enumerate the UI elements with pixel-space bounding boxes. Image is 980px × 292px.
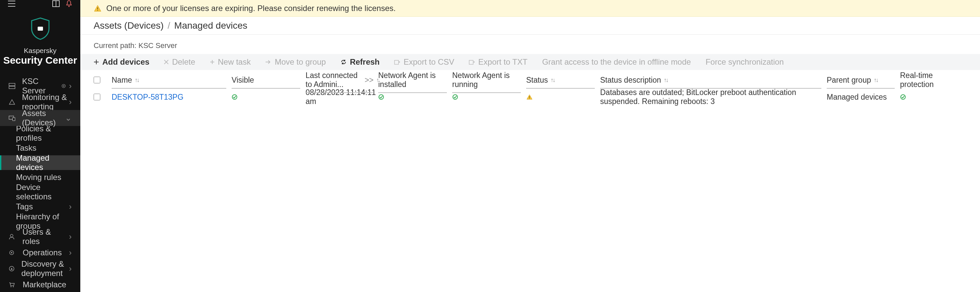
sidebar-top <box>0 0 80 7</box>
plus-icon <box>210 60 215 64</box>
svg-point-15 <box>11 252 12 253</box>
offline-access-button[interactable]: Grant access to the device in offline mo… <box>542 57 691 67</box>
export-icon <box>469 59 475 65</box>
row-checkbox[interactable] <box>94 94 100 101</box>
svg-point-5 <box>68 6 70 7</box>
svg-point-34 <box>901 95 905 99</box>
sidebar-item-label: Assets (Devices) <box>22 109 65 127</box>
svg-point-18 <box>13 286 14 287</box>
ok-icon <box>900 94 906 100</box>
sort-icon: ↑↓ <box>135 77 138 84</box>
sidebar-item-users[interactable]: Users & roles › <box>0 229 80 245</box>
force-sync-button[interactable]: Force synchronization <box>705 57 784 67</box>
sidebar-sub-device-selections[interactable]: Device selections <box>0 185 80 199</box>
sidebar-item-label: Discovery & deployment <box>21 259 69 278</box>
toolbar: Add devices Delete New task Move to grou… <box>80 54 980 70</box>
new-task-button[interactable]: New task <box>210 57 251 67</box>
column-agent-installed[interactable]: Network Agent is installed <box>378 71 452 89</box>
breadcrumb-sep: / <box>168 20 170 31</box>
bell-icon[interactable] <box>66 0 72 7</box>
sidebar-item-ksc-server[interactable]: KSC Server › <box>0 78 80 94</box>
sidebar-item-discovery[interactable]: Discovery & deployment › <box>0 261 80 277</box>
column-status-description[interactable]: Status description↑↓ <box>600 76 827 85</box>
sidebar-item-label: Marketplace <box>23 280 66 289</box>
column-rtp[interactable]: Real-time protection <box>900 71 967 89</box>
column-status[interactable]: Status↑↓ <box>526 76 600 85</box>
sidebar-sub-policies[interactable]: Policies & profiles <box>0 126 80 140</box>
breadcrumb: Assets (Devices) / Managed devices <box>80 17 980 34</box>
logo-line1: Kaspersky <box>0 47 80 55</box>
move-icon <box>265 60 271 64</box>
chevron-right-icon: › <box>69 232 72 241</box>
chevron-right-icon: › <box>69 264 72 273</box>
export-csv-button[interactable]: Export to CSV <box>394 57 454 67</box>
warning-text: One or more of your licenses are expirin… <box>106 4 396 13</box>
column-name[interactable]: Name↑↓ <box>111 76 232 85</box>
sidebar-item-operations[interactable]: Operations › <box>0 245 80 261</box>
svg-point-13 <box>10 235 13 237</box>
svg-point-33 <box>529 98 530 99</box>
warning-triangle-icon <box>526 94 533 100</box>
device-link[interactable]: DESKTOP-58T13PG <box>111 93 184 102</box>
sidebar-sub-hierarchy[interactable]: Hierarchy of groups <box>0 214 80 229</box>
delete-button[interactable]: Delete <box>164 57 195 67</box>
server-icon <box>9 83 15 89</box>
sort-icon: ↑↓ <box>664 77 668 84</box>
x-icon <box>164 60 169 64</box>
svg-point-29 <box>232 95 237 99</box>
chevron-right-icon: › <box>69 248 72 257</box>
gear-icon[interactable] <box>61 81 66 91</box>
svg-point-31 <box>453 95 458 99</box>
svg-point-17 <box>11 286 12 287</box>
sort-icon: ↑↓ <box>550 77 554 84</box>
refresh-button[interactable]: Refresh <box>340 57 380 67</box>
gear-icon <box>9 250 16 256</box>
breadcrumb-part2: Managed devices <box>174 20 247 31</box>
svg-rect-28 <box>469 60 473 64</box>
main: One or more of your licenses are expirin… <box>80 0 980 292</box>
breadcrumb-part1[interactable]: Assets (Devices) <box>94 20 164 31</box>
export-txt-button[interactable]: Export to TXT <box>469 57 528 67</box>
sidebar-sub-managed-devices[interactable]: Managed devices <box>0 155 80 170</box>
panel-icon[interactable] <box>52 0 60 7</box>
column-visible[interactable]: Visible <box>232 76 305 85</box>
compass-icon <box>9 266 15 272</box>
add-devices-button[interactable]: Add devices <box>94 57 149 67</box>
svg-rect-8 <box>9 86 15 89</box>
parent-group-value: Managed devices <box>827 93 887 102</box>
chevron-right-icon: › <box>69 202 72 211</box>
sidebar-item-label: Operations <box>23 248 62 257</box>
select-all-checkbox[interactable] <box>94 77 100 83</box>
refresh-icon <box>340 59 347 65</box>
sidebar-item-marketplace[interactable]: Marketplace <box>0 277 80 292</box>
table-header: Name↑↓ Visible Last connected to Admini.… <box>80 70 980 90</box>
status-description-value: Databases are outdated; BitLocker preboo… <box>600 88 827 106</box>
column-last-connected[interactable]: Last connected to Admini...>>↑ <box>305 71 378 89</box>
sidebar-item-label: Users & roles <box>22 227 69 246</box>
sidebar-nav: KSC Server › Monitoring & reporting › As… <box>0 78 80 292</box>
column-agent-running[interactable]: Network Agent is running <box>452 71 526 89</box>
chevron-down-icon: ⌄ <box>65 113 72 123</box>
devices-icon <box>9 115 15 121</box>
column-parent-group[interactable]: Parent group↑↓ <box>827 76 900 85</box>
table-row[interactable]: DESKTOP-58T13PG 08/28/2023 11:14:11 am D… <box>80 90 980 104</box>
move-to-group-button[interactable]: Move to group <box>265 57 326 67</box>
plus-icon <box>94 59 99 65</box>
svg-rect-27 <box>395 60 399 64</box>
sidebar: Kaspersky Security Center KSC Server › M… <box>0 0 80 292</box>
sort-icon: ↑↓ <box>874 77 878 84</box>
hamburger-icon[interactable] <box>8 1 15 7</box>
ok-icon <box>232 94 238 100</box>
last-connected-value: 08/28/2023 11:14:11 am <box>305 88 378 106</box>
warning-icon <box>9 99 15 105</box>
current-path: Current path: KSC Server <box>80 35 980 54</box>
sidebar-item-monitoring[interactable]: Monitoring & reporting › <box>0 94 80 110</box>
ok-icon <box>452 94 458 100</box>
logo: Kaspersky Security Center <box>0 7 80 78</box>
svg-rect-12 <box>13 118 15 121</box>
svg-point-20 <box>97 10 98 10</box>
sidebar-item-assets[interactable]: Assets (Devices) ⌄ <box>0 110 80 126</box>
svg-rect-6 <box>38 27 43 31</box>
svg-point-10 <box>63 85 64 87</box>
license-warning-bar: One or more of your licenses are expirin… <box>80 0 980 17</box>
